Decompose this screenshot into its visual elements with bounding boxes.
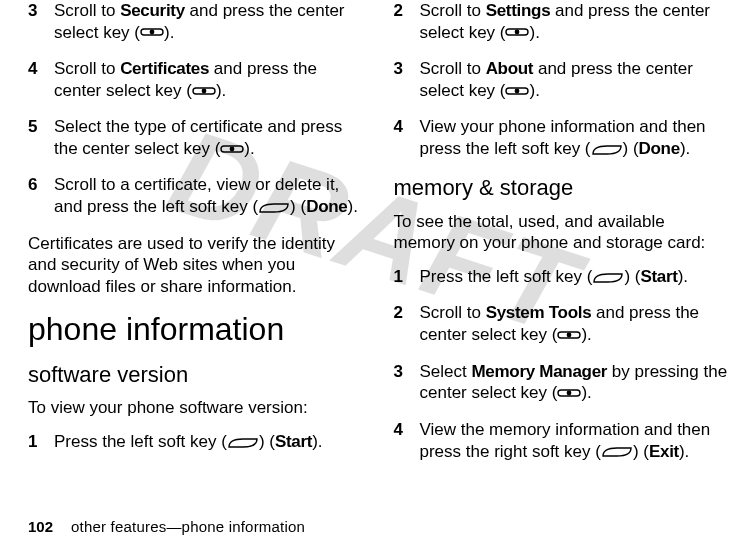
softkey-label: Done (639, 139, 680, 158)
step-item: 5 Select the type of certificate and pre… (28, 116, 364, 160)
text: ). (216, 81, 226, 100)
text: ) ( (259, 432, 275, 451)
center-select-key-icon (557, 325, 581, 347)
bold-term: Security (120, 1, 185, 20)
text: Scroll to (54, 59, 120, 78)
text: ) ( (624, 267, 640, 286)
step-item: 1 Press the left soft key () (Start). (394, 266, 730, 288)
step-number: 6 (28, 174, 54, 218)
step-number: 5 (28, 116, 54, 160)
step-text: Scroll to a certificate, view or delete … (54, 174, 364, 218)
left-column: 3 Scroll to Security and press the cente… (28, 0, 364, 477)
text: Select the type of certificate and press… (54, 117, 342, 158)
footer-section: other features—phone information (71, 518, 305, 535)
step-number: 1 (28, 431, 54, 453)
softkey-label: Start (275, 432, 312, 451)
bold-term: Settings (486, 1, 551, 20)
center-select-key-icon (192, 81, 216, 103)
step-item: 3 Select Memory Manager by pressing the … (394, 361, 730, 405)
heading-software-version: software version (28, 361, 364, 389)
step-number: 4 (394, 419, 420, 463)
step-text: View your phone information and then pre… (420, 116, 730, 160)
page-footer: 102 other features—phone information (28, 518, 305, 535)
text: ). (581, 383, 591, 402)
text: Press the left soft key ( (420, 267, 593, 286)
step-text: Scroll to Settings and press the center … (420, 0, 730, 44)
soft-key-icon (258, 197, 290, 219)
text: ) ( (290, 197, 306, 216)
step-text: Select Memory Manager by pressing the ce… (420, 361, 730, 405)
step-item: 1 Press the left soft key () (Start). (28, 431, 364, 453)
step-item: 4 Scroll to Certificates and press the c… (28, 58, 364, 102)
bold-term: About (486, 59, 534, 78)
step-number: 2 (394, 0, 420, 44)
text: ). (678, 267, 688, 286)
step-number: 4 (394, 116, 420, 160)
step-item: 6 Scroll to a certificate, view or delet… (28, 174, 364, 218)
step-text: Press the left soft key () (Start). (420, 266, 730, 288)
center-select-key-icon (505, 81, 529, 103)
intro-memory-storage: To see the total, used, and available me… (394, 211, 730, 255)
text: Scroll to (420, 303, 486, 322)
step-item: 3 Scroll to About and press the center s… (394, 58, 730, 102)
text: ). (680, 139, 690, 158)
step-item: 2 Scroll to System Tools and press the c… (394, 302, 730, 346)
softkey-label: Exit (649, 442, 679, 461)
text: ). (529, 23, 539, 42)
text: Scroll to (54, 1, 120, 20)
center-select-key-icon (140, 22, 164, 44)
intro-software-version: To view your phone software version: (28, 397, 364, 419)
center-select-key-icon (220, 139, 244, 161)
heading-phone-information: phone information (28, 312, 364, 347)
step-text: Scroll to About and press the center sel… (420, 58, 730, 102)
step-text: View the memory information and then pre… (420, 419, 730, 463)
bold-term: System Tools (486, 303, 592, 322)
softkey-label: Done (306, 197, 347, 216)
step-item: 2 Scroll to Settings and press the cente… (394, 0, 730, 44)
step-text: Scroll to Certificates and press the cen… (54, 58, 364, 102)
soft-key-icon (601, 441, 633, 463)
paragraph-certificates: Certificates are used to verify the iden… (28, 233, 364, 298)
step-text: Scroll to Security and press the center … (54, 0, 364, 44)
text: ) ( (633, 442, 649, 461)
text: Scroll to (420, 59, 486, 78)
step-item: 4 View the memory information and then p… (394, 419, 730, 463)
step-text: Press the left soft key () (Start). (54, 431, 364, 453)
text: Select (420, 362, 472, 381)
text: ). (244, 139, 254, 158)
softkey-label: Start (640, 267, 677, 286)
step-item: 3 Scroll to Security and press the cente… (28, 0, 364, 44)
step-item: 4 View your phone information and then p… (394, 116, 730, 160)
text: Scroll to (420, 1, 486, 20)
soft-key-icon (591, 139, 623, 161)
bold-term: Certificates (120, 59, 209, 78)
step-number: 3 (394, 361, 420, 405)
text: ) ( (623, 139, 639, 158)
step-text: Select the type of certificate and press… (54, 116, 364, 160)
right-column: 2 Scroll to Settings and press the cente… (394, 0, 730, 477)
step-number: 4 (28, 58, 54, 102)
step-number: 3 (28, 0, 54, 44)
text: ). (164, 23, 174, 42)
step-text: Scroll to System Tools and press the cen… (420, 302, 730, 346)
text: ). (529, 81, 539, 100)
text: ). (581, 325, 591, 344)
text: Press the left soft key ( (54, 432, 227, 451)
text: ). (679, 442, 689, 461)
heading-memory-storage: memory & storage (394, 174, 730, 202)
soft-key-icon (592, 267, 624, 289)
soft-key-icon (227, 432, 259, 454)
text: ). (312, 432, 322, 451)
step-number: 3 (394, 58, 420, 102)
step-number: 1 (394, 266, 420, 288)
bold-term: Memory Manager (471, 362, 607, 381)
center-select-key-icon (505, 22, 529, 44)
page-number: 102 (28, 518, 53, 535)
center-select-key-icon (557, 383, 581, 405)
text: ). (347, 197, 357, 216)
step-number: 2 (394, 302, 420, 346)
